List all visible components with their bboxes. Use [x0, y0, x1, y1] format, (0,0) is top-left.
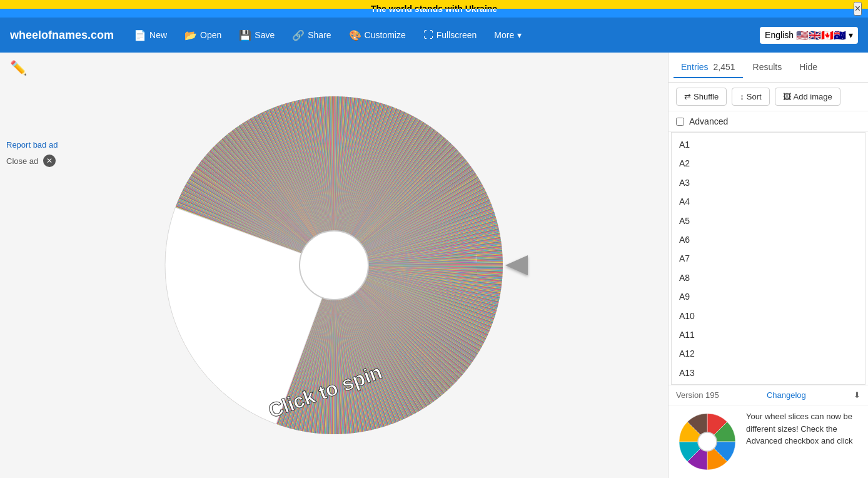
ukraine-banner: The world stands with Ukraine ×	[0, 0, 868, 18]
edit-icon[interactable]: ✏️	[10, 60, 27, 76]
entries-count: 2,451	[713, 62, 735, 72]
fullscreen-button[interactable]: ⛶ Fullscreen	[416, 24, 485, 46]
wheel-pointer	[505, 255, 528, 275]
list-item[interactable]: A11	[672, 325, 865, 344]
share-label: Share	[308, 30, 331, 40]
mini-wheel-area: Your wheel slices can now be different s…	[669, 405, 868, 478]
add-image-label: Add image	[794, 92, 832, 101]
left-panel: ✏️ Report bad ad Close ad ✕	[0, 53, 668, 478]
new-label: New	[149, 30, 167, 40]
customize-button[interactable]: 🎨 Customize	[341, 24, 413, 46]
edit-icon-area[interactable]: ✏️	[10, 60, 27, 76]
list-item[interactable]: A8	[672, 268, 865, 287]
language-text: English	[765, 30, 794, 40]
shuffle-label: Shuffle	[694, 92, 719, 101]
site-logo: wheelofnames.com	[10, 29, 114, 42]
save-label: Save	[255, 30, 275, 40]
list-item[interactable]: A9	[672, 287, 865, 306]
share-icon: 🔗	[292, 29, 305, 41]
new-button[interactable]: 📄 New	[126, 24, 174, 46]
fullscreen-icon: ⛶	[423, 29, 433, 41]
list-item[interactable]: A1	[672, 135, 865, 154]
entries-list[interactable]: A1A2A3A4A5A6A7A8A9A10A11A12A13A14A15A16A…	[671, 132, 865, 385]
list-item[interactable]: A6	[672, 230, 865, 249]
entries-tab-label: Entries	[681, 62, 709, 72]
banner-close-button[interactable]: ×	[854, 2, 862, 16]
flag-icons: 🇺🇸🇬🇧🇨🇦🇦🇺	[796, 29, 846, 41]
customize-icon: 🎨	[349, 29, 361, 41]
list-item[interactable]: A10	[672, 307, 865, 325]
ukraine-banner-text: The world stands with Ukraine	[371, 4, 497, 14]
action-bar: ⇄ Shuffle ↕ Sort 🖼 Add image	[669, 83, 868, 111]
sort-icon: ↕	[740, 92, 744, 101]
list-item[interactable]: A7	[672, 249, 865, 268]
version-bar: Version 195 Changelog ⬇	[669, 385, 868, 405]
more-chevron-icon: ▾	[517, 30, 522, 40]
shuffle-icon: ⇄	[684, 92, 691, 101]
version-info-icon[interactable]: ⬇	[854, 390, 860, 400]
save-button[interactable]: 💾 Save	[231, 24, 282, 46]
language-selector[interactable]: English 🇺🇸🇬🇧🇨🇦🇦🇺 ▾	[760, 27, 858, 44]
more-label: More	[494, 30, 514, 40]
list-item[interactable]: A2	[672, 154, 865, 173]
new-icon: 📄	[134, 29, 146, 41]
share-button[interactable]: 🔗 Share	[285, 24, 338, 46]
tab-entries[interactable]: Entries 2,451	[674, 57, 743, 78]
advanced-row: Advanced	[669, 111, 868, 132]
navbar: wheelofnames.com 📄 New 📂 Open 💾 Save 🔗 S…	[0, 18, 868, 53]
lang-chevron-icon: ▾	[849, 30, 853, 40]
wheel-container[interactable]: Click to spin or press ctrl+enter	[0, 53, 668, 478]
svg-point-0	[300, 231, 368, 300]
tabs-bar: Entries 2,451 Results Hide	[669, 53, 868, 83]
save-icon: 💾	[239, 29, 251, 41]
version-text: Version 195	[676, 390, 719, 400]
svg-point-1	[698, 432, 717, 451]
list-item[interactable]: A3	[672, 173, 865, 192]
tab-results[interactable]: Results	[745, 57, 790, 78]
customize-label: Customize	[365, 30, 406, 40]
mini-wheel	[676, 410, 739, 473]
open-button[interactable]: 📂 Open	[177, 24, 229, 46]
shuffle-button[interactable]: ⇄ Shuffle	[676, 88, 727, 106]
list-item[interactable]: A12	[672, 344, 865, 363]
hide-tab-label: Hide	[799, 62, 817, 72]
right-panel: Entries 2,451 Results Hide ⇄ Shuffle ↕ S…	[668, 53, 868, 478]
list-item[interactable]: A4	[672, 192, 865, 211]
list-item[interactable]: A13	[672, 364, 865, 382]
fullscreen-label: Fullscreen	[437, 30, 477, 40]
main-layout: ✏️ Report bad ad Close ad ✕	[0, 53, 868, 478]
more-button[interactable]: More ▾	[487, 25, 529, 45]
list-item[interactable]: A5	[672, 211, 865, 230]
add-image-button[interactable]: 🖼 Add image	[775, 88, 840, 106]
sort-button[interactable]: ↕ Sort	[732, 88, 769, 106]
tab-hide[interactable]: Hide	[792, 57, 825, 78]
promo-text: Your wheel slices can now be different s…	[746, 410, 860, 447]
wheel-svg[interactable]: Click to spin or press ctrl+enter	[153, 84, 515, 447]
open-icon: 📂	[184, 29, 197, 41]
advanced-label[interactable]: Advanced	[689, 116, 728, 126]
advanced-checkbox[interactable]	[676, 118, 684, 126]
wheel-graphic[interactable]	[153, 84, 515, 447]
sort-label: Sort	[747, 92, 762, 101]
results-tab-label: Results	[753, 62, 782, 72]
add-image-icon: 🖼	[783, 92, 791, 101]
open-label: Open	[200, 30, 221, 40]
changelog-link[interactable]: Changelog	[767, 390, 806, 400]
